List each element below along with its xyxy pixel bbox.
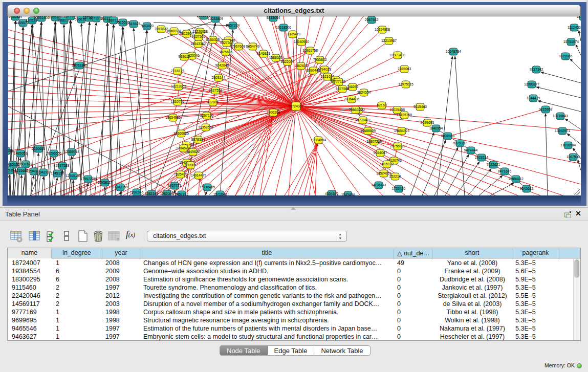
svg-text:19218506: 19218506 bbox=[276, 26, 291, 29]
svg-text:7663820: 7663820 bbox=[140, 24, 154, 28]
svg-text:7955812: 7955812 bbox=[313, 58, 327, 61]
svg-text:7357274: 7357274 bbox=[226, 24, 240, 27]
svg-text:1571640: 1571640 bbox=[213, 192, 227, 195]
svg-text:18807269: 18807269 bbox=[366, 140, 382, 143]
svg-text:29053346: 29053346 bbox=[72, 63, 87, 67]
svg-text:62160: 62160 bbox=[377, 103, 387, 107]
svg-text:1449822: 1449822 bbox=[186, 150, 200, 154]
svg-text:1588520: 1588520 bbox=[269, 56, 283, 59]
svg-text:15751074: 15751074 bbox=[563, 40, 579, 43]
svg-text:13692971: 13692971 bbox=[555, 129, 570, 133]
svg-text:6379197: 6379197 bbox=[453, 141, 467, 145]
svg-text:19384554: 19384554 bbox=[311, 138, 326, 142]
svg-text:15720407: 15720407 bbox=[355, 118, 371, 122]
svg-text:1615132: 1615132 bbox=[380, 162, 394, 166]
svg-text:2803144: 2803144 bbox=[212, 76, 226, 79]
svg-text:1733426: 1733426 bbox=[392, 187, 406, 190]
svg-text:16648784: 16648784 bbox=[446, 50, 461, 53]
svg-text:10688609: 10688609 bbox=[360, 129, 376, 133]
svg-text:9699695: 9699695 bbox=[421, 121, 434, 124]
svg-text:9084067: 9084067 bbox=[374, 151, 387, 155]
svg-text:9457771: 9457771 bbox=[168, 184, 182, 187]
svg-text:12213967: 12213967 bbox=[381, 39, 397, 42]
svg-text:3937588: 3937588 bbox=[56, 164, 70, 167]
svg-text:9227342: 9227342 bbox=[530, 68, 543, 71]
svg-text:10025438: 10025438 bbox=[389, 108, 405, 112]
svg-text:9245612: 9245612 bbox=[520, 187, 534, 190]
svg-text:13226058: 13226058 bbox=[192, 30, 208, 33]
svg-text:989612: 989612 bbox=[179, 55, 190, 58]
svg-text:2087682: 2087682 bbox=[365, 18, 379, 21]
svg-text:16961758: 16961758 bbox=[302, 49, 318, 52]
svg-text:16543362: 16543362 bbox=[190, 42, 206, 46]
svg-text:2986372: 2986372 bbox=[349, 108, 363, 112]
svg-text:3937587: 3937587 bbox=[19, 162, 33, 166]
svg-text:2616055: 2616055 bbox=[8, 149, 13, 152]
svg-text:1112453: 1112453 bbox=[568, 26, 581, 29]
svg-text:2300203: 2300203 bbox=[267, 111, 280, 114]
svg-text:9777169: 9777169 bbox=[332, 80, 346, 83]
svg-text:1810755: 1810755 bbox=[171, 100, 185, 103]
svg-text:17957225: 17957225 bbox=[80, 177, 96, 181]
svg-text:20206556: 20206556 bbox=[46, 151, 61, 155]
svg-text:1282349: 1282349 bbox=[160, 192, 174, 195]
svg-text:1362615: 1362615 bbox=[294, 64, 308, 68]
svg-text:18724007: 18724007 bbox=[288, 104, 303, 108]
svg-text:8960124: 8960124 bbox=[167, 29, 181, 33]
svg-text:9115460: 9115460 bbox=[413, 105, 427, 108]
svg-text:8878334: 8878334 bbox=[191, 138, 205, 141]
svg-text:2718176: 2718176 bbox=[171, 69, 185, 73]
svg-text:1282348: 1282348 bbox=[145, 192, 159, 195]
svg-text:16782759: 16782759 bbox=[113, 185, 128, 189]
svg-text:15716485: 15716485 bbox=[200, 185, 215, 189]
svg-text:7625402: 7625402 bbox=[174, 172, 188, 176]
svg-text:19654923: 19654923 bbox=[394, 129, 409, 133]
svg-text:6497508: 6497508 bbox=[336, 87, 350, 91]
svg-text:8471676: 8471676 bbox=[498, 169, 512, 173]
svg-text:8454749: 8454749 bbox=[246, 45, 260, 48]
svg-text:10973493: 10973493 bbox=[390, 53, 405, 57]
svg-text:9457772: 9457772 bbox=[175, 192, 189, 195]
svg-text:17359914: 17359914 bbox=[64, 150, 79, 154]
svg-text:7632621: 7632621 bbox=[487, 163, 500, 166]
svg-text:9327508: 9327508 bbox=[220, 41, 234, 45]
svg-text:19166825: 19166825 bbox=[173, 132, 189, 135]
svg-text:8322037: 8322037 bbox=[281, 60, 295, 63]
svg-text:17016504: 17016504 bbox=[560, 143, 576, 147]
svg-text:1485052: 1485052 bbox=[8, 163, 19, 166]
svg-text:3267130: 3267130 bbox=[200, 114, 214, 117]
svg-text:12505135: 12505135 bbox=[66, 174, 81, 178]
svg-text:7485063: 7485063 bbox=[398, 67, 411, 71]
svg-text:18640910: 18640910 bbox=[294, 40, 309, 43]
svg-text:12975115: 12975115 bbox=[398, 82, 413, 86]
svg-text:4534546: 4534546 bbox=[325, 192, 339, 195]
svg-text:1132453: 1132453 bbox=[577, 16, 581, 18]
svg-text:898989: 898989 bbox=[185, 163, 197, 167]
svg-text:1244419: 1244419 bbox=[527, 96, 540, 100]
svg-text:7663822: 7663822 bbox=[155, 27, 168, 31]
svg-text:7515525: 7515525 bbox=[127, 22, 141, 26]
svg-text:2020655: 2020655 bbox=[32, 147, 46, 150]
svg-text:1640954: 1640954 bbox=[429, 126, 443, 130]
svg-text:1145190: 1145190 bbox=[51, 171, 64, 175]
svg-text:12093877: 12093877 bbox=[524, 82, 539, 86]
svg-text:8938918: 8938918 bbox=[441, 134, 455, 138]
svg-text:20691406: 20691406 bbox=[34, 16, 49, 19]
svg-text:14914479: 14914479 bbox=[191, 173, 206, 177]
svg-text:1215682: 1215682 bbox=[15, 169, 29, 172]
svg-text:1292346: 1292346 bbox=[130, 190, 144, 194]
svg-text:9146821: 9146821 bbox=[257, 52, 271, 55]
svg-text:10210643: 10210643 bbox=[553, 114, 568, 118]
svg-text:6794028: 6794028 bbox=[318, 68, 332, 71]
svg-text:16033809: 16033809 bbox=[208, 17, 223, 20]
svg-text:20364436: 20364436 bbox=[344, 97, 359, 101]
svg-text:1343454: 1343454 bbox=[341, 193, 355, 195]
svg-text:12213369: 12213369 bbox=[171, 84, 186, 88]
svg-text:9242848: 9242848 bbox=[215, 63, 229, 67]
svg-text:9327505: 9327505 bbox=[192, 35, 206, 38]
svg-text:252214: 252214 bbox=[389, 174, 401, 178]
svg-text:10654112: 10654112 bbox=[508, 177, 524, 181]
svg-text:1485051: 1485051 bbox=[14, 151, 28, 155]
svg-text:1167530: 1167530 bbox=[567, 155, 580, 159]
svg-text:10958117: 10958117 bbox=[97, 181, 113, 184]
